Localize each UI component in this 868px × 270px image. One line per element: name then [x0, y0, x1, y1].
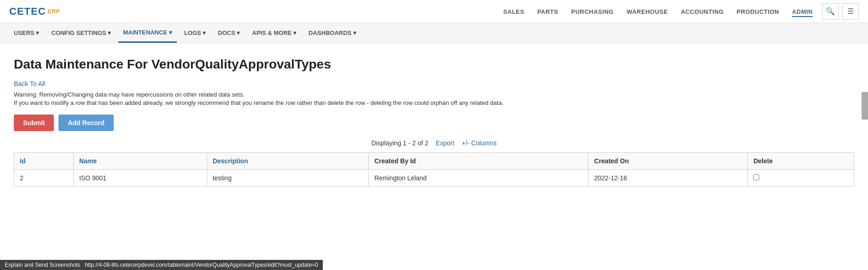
table-header-id[interactable]: Id	[14, 153, 74, 170]
main-content: Data Maintenance For VendorQualityApprov…	[0, 43, 868, 196]
table-header-delete[interactable]: Delete	[748, 153, 854, 170]
table-header-name[interactable]: Name	[73, 153, 207, 170]
sec-nav-link-apismore[interactable]: APIS & MORE ▾	[248, 24, 302, 42]
columns-link[interactable]: +/- Columns	[462, 139, 497, 147]
logo: CETEC ERP	[9, 6, 60, 17]
sec-nav-link-configsettings[interactable]: CONFIG SETTINGS ▾	[47, 24, 116, 42]
sec-nav-link-docs[interactable]: DOCS ▾	[213, 24, 245, 42]
table-row: 2ISO 9001testingRemington Leland2022-12-…	[14, 170, 854, 187]
table-header-created-on[interactable]: Created On	[588, 153, 748, 170]
action-buttons: Submit Add Record	[14, 115, 854, 131]
table-info: Displaying 1 - 2 of 2 Export +/- Columns	[14, 139, 854, 147]
table-cell-name: ISO 9001	[73, 170, 207, 187]
table-cell-delete[interactable]	[748, 170, 854, 187]
table-header-created-by-id[interactable]: Created By Id	[368, 153, 588, 170]
top-nav-link-sales[interactable]: SALES	[503, 8, 524, 15]
table-cell-id: 2	[14, 170, 74, 187]
warning-line-2: If you want to modify a row that has bee…	[14, 99, 854, 106]
top-nav-link-parts[interactable]: PARTS	[537, 8, 559, 15]
table-cell-description: testing	[207, 170, 368, 187]
top-nav-link-production[interactable]: PRODUCTION	[737, 8, 779, 15]
scroll-handle[interactable]	[862, 92, 868, 120]
sec-nav-link-users[interactable]: USERS ▾	[9, 24, 44, 42]
sec-nav-link-dashboards[interactable]: DASHBOARDS ▾	[304, 24, 361, 42]
table-cell-created-on: 2022-12-16	[588, 170, 748, 187]
submit-button[interactable]: Submit	[14, 115, 54, 131]
displaying-text: Displaying 1 - 2 of 2	[372, 139, 429, 147]
warning-line-1: Warning: Removing/Changing data may have…	[14, 91, 854, 98]
delete-checkbox[interactable]	[753, 174, 759, 180]
top-nav-icons: 🔍 ☰	[822, 3, 859, 20]
export-link[interactable]: Export	[436, 139, 454, 147]
data-table: IdNameDescriptionCreated By IdCreated On…	[14, 152, 854, 187]
menu-button[interactable]: ☰	[842, 3, 859, 20]
add-record-button[interactable]: Add Record	[58, 115, 113, 131]
top-nav-link-warehouse[interactable]: WAREHOUSE	[627, 8, 668, 15]
search-button[interactable]: 🔍	[822, 3, 839, 20]
secondary-navigation: USERS ▾CONFIG SETTINGS ▾MAINTENANCE ▾LOG…	[0, 23, 868, 43]
logo-cetec: CETEC	[9, 6, 46, 17]
top-navigation: CETEC ERP SALESPARTSPURCHASINGWAREHOUSEA…	[0, 0, 868, 23]
top-nav-link-accounting[interactable]: ACCOUNTING	[681, 8, 723, 15]
sec-nav-link-maintenance[interactable]: MAINTENANCE ▾	[118, 23, 177, 43]
table-cell-created-by-id: Remington Leland	[368, 170, 588, 187]
logo-erp: ERP	[48, 8, 60, 15]
top-nav-links: SALESPARTSPURCHASINGWAREHOUSEACCOUNTINGP…	[503, 8, 813, 15]
back-to-all-link[interactable]: Back To All	[14, 80, 45, 87]
top-nav-link-purchasing[interactable]: PURCHASING	[571, 8, 613, 15]
sec-nav-link-logs[interactable]: LOGS ▾	[180, 24, 210, 42]
top-nav-link-admin[interactable]: ADMIN	[792, 8, 813, 17]
page-title: Data Maintenance For VendorQualityApprov…	[14, 57, 854, 72]
table-header-description[interactable]: Description	[207, 153, 368, 170]
